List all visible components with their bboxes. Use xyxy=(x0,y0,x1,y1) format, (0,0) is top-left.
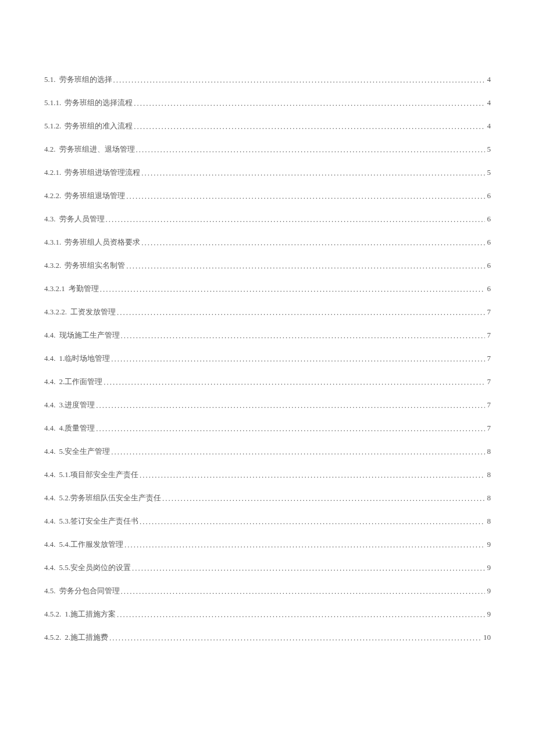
toc-entry-title: 5.1.项目部安全生产责任 xyxy=(59,470,139,480)
toc-entry-page: 4 xyxy=(485,98,491,108)
toc-entry-page: 6 xyxy=(485,284,491,293)
toc-leader-dots xyxy=(161,494,485,503)
toc-leader-dots xyxy=(102,378,484,387)
toc-entry-title: 5.2.劳务班组队伍安全生产责任 xyxy=(59,493,162,503)
toc-entry-number: 4.4. xyxy=(44,400,59,410)
toc-leader-dots xyxy=(120,331,485,341)
toc-entry-page: 4 xyxy=(485,75,491,84)
toc-leader-dots xyxy=(131,564,485,573)
toc-entry-page: 8 xyxy=(485,470,491,479)
toc-entry-page: 6 xyxy=(485,261,491,270)
toc-entry-page: 9 xyxy=(485,540,491,549)
toc-entry-number: 4.4. xyxy=(44,563,59,572)
toc-leader-dots xyxy=(135,145,485,155)
toc-leader-dots xyxy=(116,308,485,317)
toc-entry-number: 4.3. xyxy=(44,214,59,224)
toc-leader-dots xyxy=(95,424,484,433)
toc-entry: 4.2.劳务班组进、退场管理5 xyxy=(44,144,491,152)
toc-leader-dots xyxy=(125,261,484,271)
toc-entry-number: 4.5. xyxy=(44,586,59,596)
toc-entry-number: 4.4. xyxy=(44,517,59,526)
toc-entry: 5.1. 劳务班组的选择4 xyxy=(44,74,491,83)
toc-entry-title: 劳务班组的选择流程 xyxy=(65,98,133,108)
table-of-contents: 5.1. 劳务班组的选择45.1.1. 劳务班组的选择流程45.1.2. 劳务班… xyxy=(44,74,491,640)
toc-entry-title: 劳务班组人员资格要求 xyxy=(65,237,140,248)
toc-entry-number: 4.5.2. xyxy=(44,633,65,642)
toc-entry-number: 4.3.1. xyxy=(44,238,65,247)
toc-entry-title: 工资发放管理 xyxy=(70,307,116,317)
toc-entry: 5.1.2. 劳务班组的准入流程4 xyxy=(44,121,491,129)
toc-entry-title: 5.4.工作服发放管理 xyxy=(59,539,124,550)
toc-entry: 4.3.2.2.工资发放管理7 xyxy=(44,307,491,315)
toc-entry-title: 1.临时场地管理 xyxy=(59,353,110,364)
toc-entry-number: 4.2. xyxy=(44,145,59,154)
toc-entry-number: 4.4. xyxy=(44,470,59,479)
toc-entry-page: 8 xyxy=(485,517,491,526)
toc-entry-page: 7 xyxy=(485,331,491,340)
toc-entry-number: 5.1.2. xyxy=(44,121,65,131)
toc-entry-page: 9 xyxy=(485,610,491,619)
toc-entry: 4.4. 4.质量管理7 xyxy=(44,423,491,431)
toc-entry: 4.4.现场施工生产管理7 xyxy=(44,330,491,338)
toc-entry: 4.4. 5.安全生产管理8 xyxy=(44,446,491,454)
toc-leader-dots xyxy=(112,76,485,85)
toc-entry-number: 4.2.2. xyxy=(44,191,65,200)
toc-entry: 4.4. 5.5.安全员岗位的设置9 xyxy=(44,562,491,571)
toc-entry-title: 4.质量管理 xyxy=(59,423,95,433)
toc-leader-dots xyxy=(108,633,481,643)
toc-entry-number: 4.3.2. xyxy=(44,261,65,270)
toc-entry-title: 5.3.签订安全生产责任书 xyxy=(59,516,139,526)
toc-entry-page: 9 xyxy=(485,586,491,596)
toc-entry-title: 劳务人员管理 xyxy=(59,214,105,224)
toc-entry-page: 7 xyxy=(485,400,491,410)
toc-entry-title: 劳务班组的准入流程 xyxy=(65,121,133,131)
toc-entry-title: 劳务班组进、退场管理 xyxy=(59,144,135,155)
toc-entry: 4.5.2. 1.施工措施方案9 xyxy=(44,609,491,617)
toc-entry-page: 6 xyxy=(485,191,491,200)
toc-entry-number: 4.4. xyxy=(44,354,59,363)
toc-leader-dots xyxy=(133,122,484,131)
toc-leader-dots xyxy=(110,354,484,364)
toc-entry-number: 4.3.2.1 xyxy=(44,284,69,293)
toc-entry: 4.4. 5.2.劳务班组队伍安全生产责任8 xyxy=(44,493,491,501)
toc-entry: 4.3.劳务人员管理6 xyxy=(44,214,491,222)
toc-entry-page: 6 xyxy=(485,214,491,224)
toc-entry-number: 4.4. xyxy=(44,424,59,433)
toc-entry-page: 7 xyxy=(485,377,491,386)
toc-entry-number: 4.4. xyxy=(44,447,59,456)
toc-entry-number: 4.4. xyxy=(44,331,59,340)
toc-entry: 5.1.1. 劳务班组的选择流程4 xyxy=(44,98,491,106)
toc-entry-title: 劳务班组的选择 xyxy=(59,74,112,85)
toc-entry-number: 4.4. xyxy=(44,377,59,386)
toc-entry: 4.4. 3.进度管理7 xyxy=(44,400,491,408)
toc-entry-number: 4.5.2. xyxy=(44,610,65,619)
toc-entry: 4.3.1.劳务班组人员资格要求6 xyxy=(44,237,491,245)
toc-leader-dots xyxy=(95,401,484,410)
toc-leader-dots xyxy=(110,447,484,457)
toc-entry-number: 5.1.1. xyxy=(44,98,65,108)
toc-entry-page: 7 xyxy=(485,354,491,363)
toc-entry-page: 4 xyxy=(485,121,491,131)
toc-entry-page: 7 xyxy=(485,307,491,317)
toc-entry-title: 劳务班组实名制管 xyxy=(65,260,125,271)
toc-entry-number: 5.1. xyxy=(44,75,59,84)
toc-entry-number: 4.4. xyxy=(44,540,59,549)
toc-leader-dots xyxy=(105,215,485,224)
toc-entry: 4.4. 5.3.签订安全生产责任书8 xyxy=(44,516,491,524)
toc-leader-dots xyxy=(140,238,484,248)
toc-entry-number: 4.3.2.2. xyxy=(44,307,70,317)
toc-entry: 4.5.劳务分包合同管理9 xyxy=(44,586,491,594)
toc-entry-page: 8 xyxy=(485,493,491,503)
toc-entry-title: 2.工作面管理 xyxy=(59,377,103,387)
toc-entry-page: 7 xyxy=(485,424,491,433)
toc-entry-page: 10 xyxy=(481,633,491,642)
toc-entry-page: 9 xyxy=(485,563,491,572)
toc-leader-dots xyxy=(138,471,485,480)
toc-entry: 4.2.2.劳务班组退场管理6 xyxy=(44,191,491,199)
toc-entry-title: 劳务班组进场管理流程 xyxy=(65,167,140,178)
toc-leader-dots xyxy=(133,99,484,108)
toc-leader-dots xyxy=(138,517,485,526)
toc-entry-title: 考勤管理 xyxy=(69,284,99,294)
toc-leader-dots xyxy=(125,192,484,201)
toc-leader-dots xyxy=(120,587,485,596)
